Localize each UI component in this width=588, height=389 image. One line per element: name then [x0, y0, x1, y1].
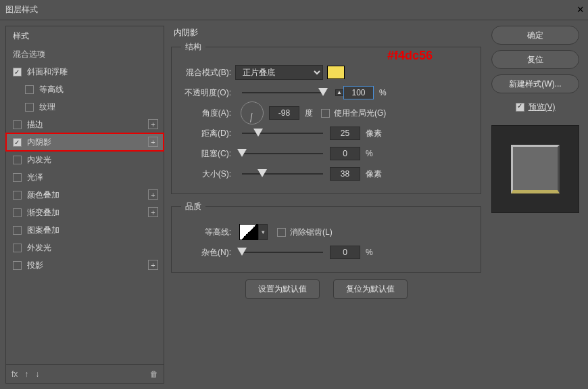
styles-sidebar: 样式 混合选项 斜面和浮雕等高线纹理描边+内阴影+内发光光泽颜色叠加+渐变叠加+…	[5, 26, 164, 384]
sidebar-header: 样式	[6, 26, 164, 46]
sidebar-item-label: 内阴影	[27, 137, 51, 148]
fx-icon[interactable]: fx	[11, 369, 18, 379]
choke-input[interactable]	[330, 147, 360, 160]
new-style-button[interactable]: 新建样式(W)...	[491, 74, 579, 93]
checkbox-icon[interactable]	[13, 226, 22, 235]
distance-unit: 像素	[366, 128, 382, 139]
choke-unit: %	[366, 149, 373, 158]
add-icon[interactable]: +	[148, 137, 158, 147]
anti-alias-checkbox[interactable]	[277, 228, 286, 237]
titlebar: 图层样式 ×	[0, 0, 588, 20]
distance-input[interactable]	[330, 127, 360, 140]
close-icon[interactable]: ×	[577, 3, 584, 17]
window-title: 图层样式	[5, 4, 38, 16]
contour-dropdown-icon[interactable]: ▾	[258, 224, 268, 240]
sidebar-item-label: 等高线	[39, 84, 64, 95]
preview-checkbox[interactable]	[516, 103, 524, 112]
add-icon[interactable]: +	[148, 119, 158, 129]
opacity-label: 不透明度(O):	[181, 87, 235, 99]
angle-label: 角度(A):	[181, 108, 235, 119]
make-default-button[interactable]: 设置为默认值	[245, 279, 320, 299]
sidebar-item-9[interactable]: 图案叠加	[6, 221, 164, 239]
size-label: 大小(S):	[181, 168, 235, 180]
checkbox-icon[interactable]	[25, 85, 34, 94]
noise-label: 杂色(N):	[181, 247, 235, 258]
global-light-checkbox[interactable]	[321, 109, 330, 118]
checkbox-icon[interactable]	[13, 191, 22, 200]
choke-slider[interactable]	[242, 149, 323, 158]
sidebar-item-10[interactable]: 外发光	[6, 239, 164, 256]
color-annotation: #f4dc56	[387, 49, 433, 63]
reset-default-button[interactable]: 复位为默认值	[333, 279, 408, 299]
distance-slider[interactable]	[242, 129, 323, 138]
sidebar-item-label: 投影	[27, 260, 43, 271]
arrow-down-icon[interactable]: ↓	[35, 369, 39, 379]
structure-legend: 结构	[181, 41, 205, 53]
sidebar-item-label: 外发光	[27, 242, 51, 254]
sidebar-item-11[interactable]: 投影+	[6, 256, 164, 274]
contour-label: 等高线:	[181, 227, 235, 238]
angle-input[interactable]	[269, 106, 299, 120]
checkbox-icon[interactable]	[13, 244, 22, 252]
add-icon[interactable]: +	[148, 189, 158, 200]
checkbox-icon[interactable]	[13, 208, 22, 217]
right-panel: 确定 复位 新建样式(W)... 预览(V)	[488, 26, 583, 384]
checkbox-icon[interactable]	[13, 138, 22, 147]
noise-slider[interactable]	[242, 248, 323, 257]
color-swatch[interactable]	[327, 66, 345, 79]
sidebar-item-3[interactable]: 描边+	[6, 116, 164, 133]
quality-group: 品质 等高线: ▾ 消除锯齿(L) 杂色(N): %	[171, 201, 481, 273]
sidebar-item-label: 纹理	[39, 101, 55, 113]
angle-dial[interactable]	[241, 101, 264, 124]
sidebar-item-2[interactable]: 纹理	[6, 98, 164, 116]
noise-input[interactable]	[330, 246, 360, 259]
checkbox-icon[interactable]	[13, 68, 22, 76]
size-slider[interactable]	[242, 169, 323, 179]
sidebar-item-label: 图案叠加	[27, 225, 59, 236]
checkbox-icon[interactable]	[13, 261, 22, 270]
distance-label: 距离(D):	[181, 128, 235, 139]
sidebar-item-8[interactable]: 渐变叠加+	[6, 204, 164, 221]
choke-label: 阻塞(C):	[181, 148, 235, 160]
contour-picker[interactable]	[239, 224, 258, 240]
checkbox-icon[interactable]	[13, 173, 22, 182]
trash-icon[interactable]: 🗑	[150, 369, 158, 379]
sidebar-footer: fx ↑ ↓ 🗑	[6, 364, 164, 383]
sidebar-item-1[interactable]: 等高线	[6, 81, 164, 98]
cancel-button[interactable]: 复位	[491, 50, 579, 69]
size-input[interactable]	[330, 167, 360, 181]
sidebar-item-label: 光泽	[27, 172, 43, 183]
size-unit: 像素	[366, 168, 382, 180]
arrow-up-icon[interactable]: ↑	[24, 369, 28, 379]
noise-unit: %	[366, 248, 373, 257]
global-light-label: 使用全局光(G)	[334, 108, 386, 119]
add-icon[interactable]: +	[148, 207, 158, 217]
sidebar-item-label: 渐变叠加	[27, 207, 59, 219]
sidebar-item-4[interactable]: 内阴影+	[6, 133, 164, 151]
sidebar-subheader[interactable]: 混合选项	[6, 46, 164, 63]
angle-unit: 度	[305, 108, 313, 119]
sidebar-item-label: 斜面和浮雕	[27, 66, 68, 78]
preview-thumbnail	[491, 125, 579, 213]
quality-legend: 品质	[181, 201, 205, 212]
stepper-icon[interactable]: ▲	[335, 89, 343, 96]
sidebar-item-label: 描边	[27, 119, 43, 131]
checkbox-icon[interactable]	[13, 156, 22, 164]
sidebar-item-5[interactable]: 内发光	[6, 151, 164, 168]
panel-title: 内阴影	[171, 26, 481, 41]
blend-mode-select[interactable]: 正片叠底	[235, 65, 323, 80]
main-panel: 内阴影 #f4dc56 结构 混合模式(B): 正片叠底 不透明度(O): ▲ …	[171, 26, 481, 384]
anti-alias-label: 消除锯齿(L)	[290, 227, 333, 238]
opacity-slider[interactable]	[242, 88, 323, 97]
ok-button[interactable]: 确定	[491, 26, 579, 45]
add-icon[interactable]: +	[148, 260, 158, 270]
sidebar-item-0[interactable]: 斜面和浮雕	[6, 63, 164, 81]
opacity-unit: %	[379, 88, 387, 97]
blend-mode-label: 混合模式(B):	[181, 67, 235, 78]
opacity-input[interactable]	[343, 86, 374, 99]
sidebar-item-label: 内发光	[27, 154, 51, 166]
checkbox-icon[interactable]	[25, 103, 34, 112]
sidebar-item-7[interactable]: 颜色叠加+	[6, 186, 164, 204]
sidebar-item-6[interactable]: 光泽	[6, 168, 164, 186]
checkbox-icon[interactable]	[13, 120, 22, 129]
